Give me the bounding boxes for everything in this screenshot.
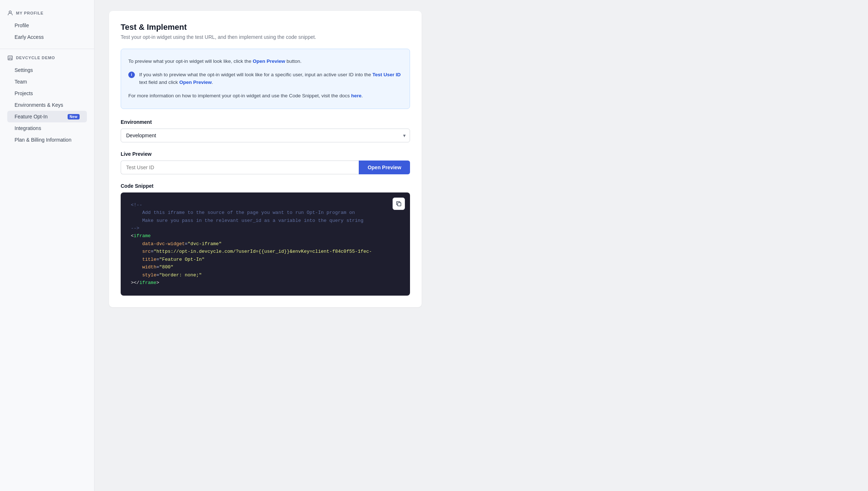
profile-section-header: MY PROFILE	[7, 10, 87, 16]
person-icon	[7, 10, 13, 16]
svg-rect-2	[398, 203, 401, 206]
test-user-id-input[interactable]	[121, 161, 359, 174]
live-preview-label: Live Preview	[121, 151, 410, 157]
info-row-1: To preview what your opt-in widget will …	[128, 55, 402, 68]
sidebar-item-feature-opt-in[interactable]: Feature Opt-In New	[7, 111, 87, 122]
svg-point-0	[9, 11, 11, 13]
profile-section-label: MY PROFILE	[16, 11, 44, 15]
page-title: Test & Implement	[121, 23, 410, 32]
info-icon: i	[128, 72, 135, 78]
code-content: <!-- Add this iframe to the source of th…	[131, 201, 400, 287]
sidebar: MY PROFILE Profile Early Access DEVCYCLE…	[0, 0, 95, 491]
sidebar-item-environments-keys[interactable]: Environments & Keys	[7, 99, 87, 111]
sidebar-item-team[interactable]: Team	[7, 76, 87, 88]
environment-select[interactable]: Development Staging Production	[121, 129, 410, 142]
org-section-label: DEVCYCLE DEMO	[16, 56, 55, 60]
environment-section: Environment Development Staging Producti…	[121, 119, 410, 142]
live-preview-section: Live Preview Open Preview	[121, 151, 410, 174]
info-row-2: i If you wish to preview what the opt-in…	[128, 68, 402, 89]
environment-select-wrapper: Development Staging Production ▾	[121, 129, 410, 142]
content-card: Test & Implement Test your opt-in widget…	[109, 11, 422, 307]
main-content: Test & Implement Test your opt-in widget…	[95, 0, 868, 491]
info-row-3-text: For more information on how to implement…	[128, 92, 363, 100]
sidebar-item-integrations[interactable]: Integrations	[7, 122, 87, 134]
sidebar-item-settings[interactable]: Settings	[7, 64, 87, 76]
open-preview-link-2[interactable]: Open Preview	[179, 80, 212, 85]
copy-button[interactable]	[393, 198, 405, 210]
test-user-id-link[interactable]: Test User ID	[373, 72, 401, 77]
docs-here-link[interactable]: here	[351, 93, 362, 98]
building-icon	[7, 55, 13, 61]
new-badge: New	[68, 114, 80, 119]
open-preview-link-1[interactable]: Open Preview	[253, 58, 285, 64]
sidebar-item-projects[interactable]: Projects	[7, 88, 87, 99]
code-snippet-label: Code Snippet	[121, 183, 410, 189]
info-row-3: For more information on how to implement…	[128, 89, 402, 103]
org-section-header: DEVCYCLE DEMO	[7, 55, 87, 61]
org-section: DEVCYCLE DEMO Settings Team Projects Env…	[0, 49, 94, 149]
code-block: <!-- Add this iframe to the source of th…	[121, 192, 410, 296]
page-subtitle: Test your opt-in widget using the test U…	[121, 34, 410, 40]
info-box: To preview what your opt-in widget will …	[121, 49, 410, 109]
info-row-1-text: To preview what your opt-in widget will …	[128, 58, 301, 65]
sidebar-item-profile[interactable]: Profile	[7, 20, 87, 31]
live-preview-row: Open Preview	[121, 161, 410, 174]
info-row-2-text: If you wish to preview what the opt-in w…	[139, 71, 402, 86]
profile-section: MY PROFILE Profile Early Access	[0, 7, 94, 49]
sidebar-item-plan-billing[interactable]: Plan & Billing Information	[7, 134, 87, 146]
environment-label: Environment	[121, 119, 410, 125]
sidebar-item-early-access[interactable]: Early Access	[7, 31, 87, 43]
copy-icon	[396, 201, 402, 207]
open-preview-button[interactable]: Open Preview	[359, 161, 410, 174]
code-snippet-section: Code Snippet <!-- Add this iframe to the…	[121, 183, 410, 296]
